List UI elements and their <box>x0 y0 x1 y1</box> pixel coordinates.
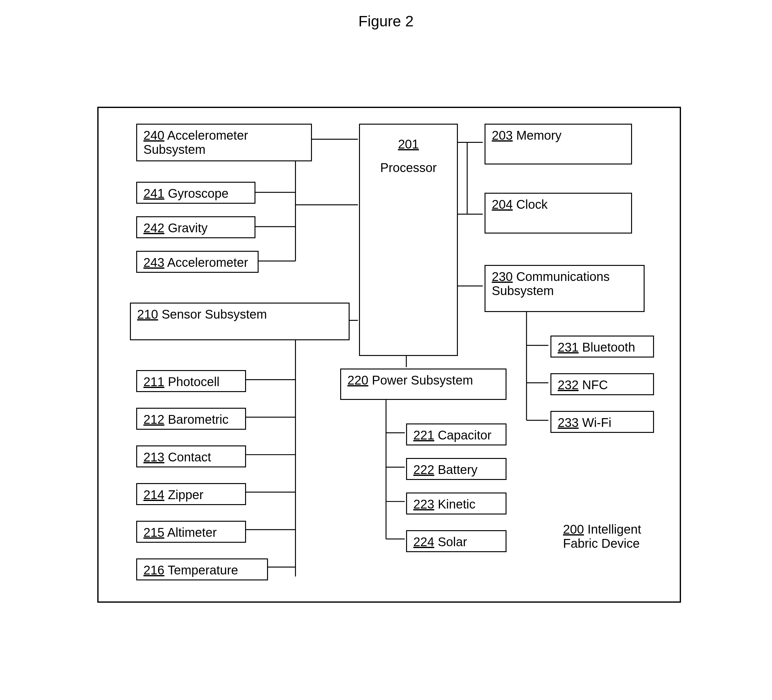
ref-201: 201 <box>398 137 419 151</box>
ref-224: 224 <box>413 535 434 549</box>
label-224: Solar <box>438 535 467 549</box>
label-216: Temperature <box>168 563 238 577</box>
ref-200: 200 <box>563 522 584 536</box>
block-contact: 213 Contact <box>136 445 246 468</box>
label-233: Wi-Fi <box>582 415 611 429</box>
label-241: Gyroscope <box>168 186 229 200</box>
ref-231: 231 <box>558 340 579 354</box>
ref-241: 241 <box>144 186 164 200</box>
ref-243: 243 <box>144 255 164 269</box>
ref-204: 204 <box>492 198 513 211</box>
figure-title: Figure 2 <box>358 13 414 30</box>
ref-222: 222 <box>413 463 434 476</box>
ref-213: 213 <box>144 450 164 464</box>
block-battery: 222 Battery <box>406 458 507 480</box>
block-accelerometer: 243 Accelerometer <box>136 251 258 273</box>
block-comms-subsystem: 230 Communications Subsystem <box>484 265 644 312</box>
block-gyroscope: 241 Gyroscope <box>136 182 255 204</box>
label-223: Kinetic <box>438 497 476 511</box>
block-capacitor: 221 Capacitor <box>406 424 507 445</box>
ref-233: 233 <box>558 415 579 429</box>
ref-240: 240 <box>144 128 164 142</box>
ref-223: 223 <box>413 497 434 511</box>
ref-214: 214 <box>144 488 164 502</box>
block-accelerometer-subsystem: 240 Accelerometer Subsystem <box>136 124 312 161</box>
label-232: NFC <box>582 378 608 392</box>
block-wifi: 233 Wi-Fi <box>550 411 654 433</box>
block-bluetooth: 231 Bluetooth <box>550 335 654 358</box>
block-clock: 204 Clock <box>484 193 632 234</box>
label-211: Photocell <box>168 375 220 389</box>
block-nfc: 232 NFC <box>550 373 654 395</box>
label-221: Capacitor <box>438 428 491 442</box>
label-212: Barometric <box>168 412 229 426</box>
ref-221: 221 <box>413 428 434 442</box>
ref-242: 242 <box>144 221 164 235</box>
label-204: Clock <box>516 198 548 211</box>
block-gravity: 242 Gravity <box>136 216 255 238</box>
ref-212: 212 <box>144 412 164 426</box>
block-sensor-subsystem: 210 Sensor Subsystem <box>130 303 350 340</box>
outer-device-box: 201 Processor 240 Accelerometer Subsyste… <box>97 107 681 603</box>
label-210: Sensor Subsystem <box>162 307 267 321</box>
block-photocell: 211 Photocell <box>136 370 246 392</box>
ref-203: 203 <box>492 128 513 142</box>
block-temperature: 216 Temperature <box>136 558 268 581</box>
block-processor: 201 Processor <box>359 124 458 356</box>
label-243: Accelerometer <box>167 255 248 269</box>
label-220: Power Subsystem <box>372 373 473 387</box>
block-kinetic: 223 Kinetic <box>406 492 507 515</box>
ref-211: 211 <box>144 375 164 389</box>
ref-215: 215 <box>144 525 164 539</box>
block-altimeter: 215 Altimeter <box>136 521 246 543</box>
label-222: Battery <box>438 463 478 476</box>
label-215: Altimeter <box>167 525 217 539</box>
ref-210: 210 <box>137 307 158 321</box>
block-solar: 224 Solar <box>406 530 507 552</box>
ref-220: 220 <box>347 373 368 387</box>
label-242: Gravity <box>168 221 208 235</box>
ref-216: 216 <box>144 563 164 577</box>
ref-230: 230 <box>492 270 513 283</box>
block-barometric: 212 Barometric <box>136 408 246 430</box>
label-231: Bluetooth <box>582 340 635 354</box>
label-213: Contact <box>168 450 211 464</box>
label-processor: Processor <box>366 161 451 175</box>
label-device-200: 200 Intelligent Fabric Device <box>563 522 660 551</box>
ref-232: 232 <box>558 378 579 392</box>
block-memory: 203 Memory <box>484 124 632 165</box>
label-214: Zipper <box>168 488 203 502</box>
label-203: Memory <box>516 128 561 142</box>
block-power-subsystem: 220 Power Subsystem <box>340 368 507 400</box>
block-zipper: 214 Zipper <box>136 483 246 505</box>
